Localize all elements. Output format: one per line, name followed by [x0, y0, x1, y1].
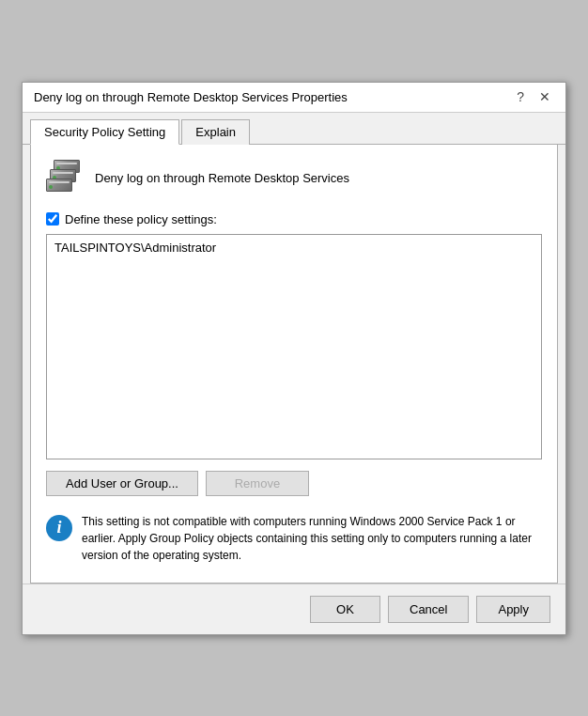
- users-list[interactable]: TAILSPINTOYS\Administrator: [46, 234, 542, 459]
- define-policy-row: Define these policy settings:: [46, 212, 542, 226]
- tab-bar: Security Policy Setting Explain: [23, 113, 565, 145]
- dialog-footer: OK Cancel Apply: [23, 584, 565, 634]
- remove-button[interactable]: Remove: [206, 471, 309, 496]
- list-item: TAILSPINTOYS\Administrator: [51, 239, 537, 257]
- policy-title: Deny log on through Remote Desktop Servi…: [95, 171, 349, 185]
- define-policy-label: Define these policy settings:: [65, 212, 217, 226]
- tab-security-policy-setting[interactable]: Security Policy Setting: [30, 119, 179, 145]
- title-bar-controls: ? ✕: [513, 90, 554, 103]
- main-window: Deny log on through Remote Desktop Servi…: [22, 82, 566, 635]
- info-text: This setting is not compatible with comp…: [82, 513, 542, 564]
- define-policy-checkbox[interactable]: [46, 212, 59, 226]
- info-icon: i: [46, 515, 72, 541]
- cancel-button[interactable]: Cancel: [388, 596, 469, 623]
- user-action-buttons: Add User or Group... Remove: [46, 471, 542, 496]
- add-user-button[interactable]: Add User or Group...: [46, 471, 198, 496]
- help-button[interactable]: ?: [513, 90, 528, 103]
- tab-explain[interactable]: Explain: [181, 119, 250, 145]
- tab-content: Deny log on through Remote Desktop Servi…: [30, 145, 558, 584]
- apply-button[interactable]: Apply: [476, 596, 550, 623]
- close-button[interactable]: ✕: [535, 90, 554, 103]
- server-icon: [46, 160, 84, 197]
- ok-button[interactable]: OK: [310, 596, 380, 623]
- title-bar: Deny log on through Remote Desktop Servi…: [23, 83, 565, 113]
- window-title: Deny log on through Remote Desktop Servi…: [34, 90, 348, 104]
- policy-header: Deny log on through Remote Desktop Servi…: [46, 160, 542, 197]
- info-box: i This setting is not compatible with co…: [46, 509, 542, 568]
